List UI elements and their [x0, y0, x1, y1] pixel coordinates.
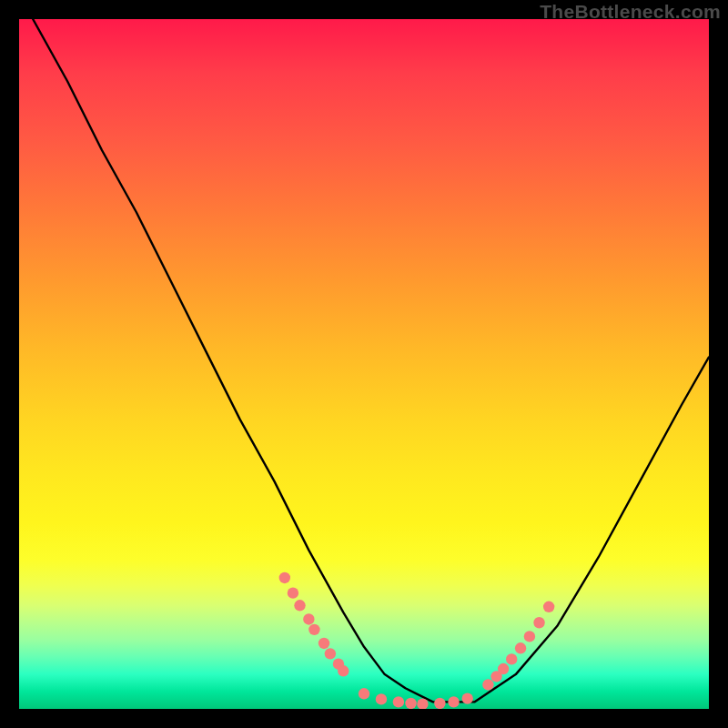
data-point: [506, 653, 517, 664]
data-point: [448, 696, 459, 707]
data-point: [515, 642, 526, 653]
watermark-text: TheBottleneck.com: [540, 1, 721, 23]
data-point: [462, 693, 473, 703]
data-point: [393, 696, 404, 707]
data-point: [303, 613, 314, 624]
plot-area: [19, 19, 709, 709]
data-point: [524, 631, 535, 642]
data-point: [405, 698, 416, 709]
data-point: [359, 688, 369, 699]
data-point: [308, 624, 319, 635]
data-point: [498, 663, 509, 674]
data-point: [376, 693, 387, 704]
chart-stage: TheBottleneck.com: [0, 0, 728, 728]
curve-layer: [19, 19, 709, 709]
data-point: [318, 638, 329, 649]
data-point: [338, 665, 349, 676]
data-point: [482, 679, 493, 690]
data-point: [325, 648, 336, 659]
data-point: [543, 602, 554, 612]
data-point: [294, 600, 305, 611]
data-point: [288, 587, 298, 598]
data-point: [279, 572, 290, 583]
data-point: [533, 617, 544, 628]
bottleneck-curve: [33, 19, 709, 702]
data-point: [434, 698, 445, 709]
